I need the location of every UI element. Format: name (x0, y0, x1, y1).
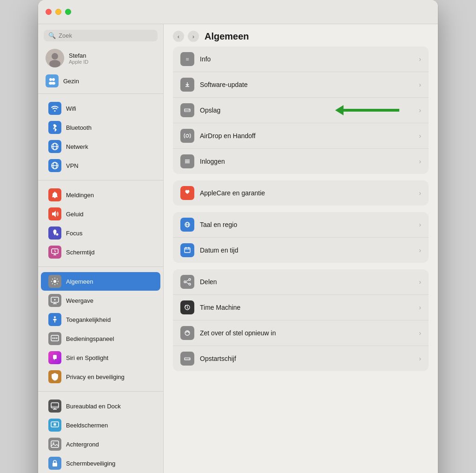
sidebar-divider-1 (38, 93, 163, 94)
sidebar-item-wrapper-general: Algemeen (38, 272, 163, 291)
sidebar-section-general: Algemeen (38, 270, 163, 388)
privacy-icon (48, 370, 61, 383)
svg-point-3 (49, 78, 52, 81)
user-subtitle: Apple ID (69, 59, 88, 65)
settings-row-timemachine[interactable]: Time Machine › (173, 295, 429, 320)
sidebar-divider-2 (38, 180, 163, 180)
arrow-head-storage (335, 105, 344, 115)
sidebar-item-control[interactable]: Bedieningspaneel (41, 329, 160, 348)
sidebar-item-family[interactable]: Gezin (38, 71, 163, 91)
settings-row-transfer[interactable]: Zet over of stel opnieuw in › (173, 320, 429, 346)
svg-point-35 (53, 423, 56, 426)
login-row-label: Inloggen (200, 158, 413, 165)
general-icon (48, 275, 61, 288)
settings-row-airdrop[interactable]: AirDrop en Handoff › (173, 123, 429, 149)
datetime-chevron: › (419, 246, 421, 254)
svg-marker-13 (52, 211, 56, 217)
sidebar-label-notifications: Meldingen (66, 192, 94, 199)
storage-chevron: › (419, 107, 421, 114)
window-content: 🔍 Stefan Apple ID (38, 24, 438, 473)
vpn-icon (48, 159, 61, 172)
settings-row-login[interactable]: Inloggen › (173, 149, 429, 174)
svg-rect-30 (51, 403, 59, 408)
airdrop-row-label: AirDrop en Handoff (200, 132, 413, 140)
sidebar-item-siri[interactable]: Siri en Spotlight (41, 348, 160, 367)
settings-row-applecare[interactable]: AppleCare en garantie › (173, 180, 429, 206)
arrow-line-storage (344, 109, 399, 112)
sidebar: 🔍 Stefan Apple ID (38, 24, 164, 473)
sidebar-item-general[interactable]: Algemeen (41, 272, 160, 291)
close-button[interactable] (46, 9, 52, 15)
sidebar-divider-4 (38, 391, 163, 392)
svg-point-27 (53, 338, 54, 339)
svg-point-4 (52, 78, 55, 81)
sidebar-item-desktop[interactable]: Bureaublad en Dock (41, 397, 160, 415)
software-update-chevron: › (419, 81, 421, 88)
transfer-row-label: Zet over of stel opnieuw in (200, 329, 413, 337)
sidebar-item-focus[interactable]: Focus (41, 224, 160, 242)
settings-list: ≡ Info › (164, 47, 438, 378)
settings-row-software-update[interactable]: Software-update › (173, 72, 429, 98)
siri-icon (48, 351, 61, 364)
startup-row-icon (180, 352, 194, 366)
settings-group-3: Taal en regio › (173, 212, 429, 263)
back-button[interactable]: ‹ (173, 31, 184, 42)
sidebar-item-bluetooth[interactable]: Bluetooth (41, 118, 160, 137)
sidebar-item-sound[interactable]: Geluid (41, 205, 160, 223)
info-row-icon: ≡ (180, 52, 194, 66)
sidebar-item-network[interactable]: Netwerk (41, 137, 160, 156)
sidebar-label-display: Weergave (66, 297, 93, 304)
settings-row-datetime[interactable]: Datum en tijd › (173, 238, 429, 263)
settings-row-sharing[interactable]: Delen › (173, 269, 429, 295)
main-header: ‹ › Algemeen (164, 24, 438, 47)
sidebar-item-display[interactable]: Weergave (41, 291, 160, 310)
sidebar-label-focus: Focus (66, 230, 82, 237)
svg-point-6 (52, 82, 55, 85)
sidebar-item-notifications[interactable]: Meldingen (41, 186, 160, 204)
transfer-chevron: › (419, 329, 421, 337)
sidebar-item-wallpaper[interactable]: Achtergrond (41, 435, 160, 453)
search-input[interactable] (59, 32, 153, 39)
login-row-icon (180, 154, 194, 168)
info-row-label: Info (200, 55, 413, 63)
svg-point-48 (189, 109, 190, 110)
user-info: Stefan Apple ID (69, 52, 88, 65)
desktop-icon (48, 400, 61, 413)
main-panel: ‹ › Algemeen ≡ Info (164, 24, 438, 473)
sidebar-item-vpn[interactable]: VPN (41, 156, 160, 175)
family-icon (46, 74, 59, 87)
storage-row-label: Opslag (200, 107, 330, 114)
sidebar-item-lock[interactable]: Schermbeveiliging (41, 454, 160, 473)
bluetooth-icon (48, 121, 61, 134)
sidebar-item-screentime[interactable]: Schermtijd (41, 243, 160, 261)
sidebar-label-accessibility: Toegankelijkheid (66, 316, 111, 323)
sharing-row-icon (180, 275, 194, 289)
svg-point-22 (54, 299, 56, 300)
login-chevron: › (419, 158, 421, 165)
wifi-icon (48, 102, 61, 115)
forward-button[interactable]: › (188, 31, 199, 42)
sidebar-item-screensavers[interactable]: Beeldschermen (41, 416, 160, 434)
svg-point-25 (54, 316, 56, 318)
sidebar-item-wifi[interactable]: Wifi (41, 99, 160, 118)
maximize-button[interactable] (65, 9, 71, 15)
search-bar[interactable]: 🔍 (44, 30, 158, 41)
airdrop-chevron: › (419, 132, 421, 140)
settings-row-info[interactable]: ≡ Info › (173, 47, 429, 72)
settings-row-storage[interactable]: Opslag › (173, 98, 429, 123)
sidebar-item-accessibility[interactable]: Toegankelijkheid (41, 310, 160, 329)
user-profile[interactable]: Stefan Apple ID (38, 45, 163, 71)
focus-icon (48, 227, 61, 240)
sidebar-item-privacy[interactable]: Privacy en beveiliging (41, 367, 160, 386)
software-update-row-icon (180, 78, 194, 92)
datetime-row-label: Datum en tijd (200, 246, 413, 254)
user-name: Stefan (69, 52, 88, 59)
svg-point-2 (49, 60, 60, 67)
sidebar-label-screentime: Schermtijd (66, 249, 94, 256)
accessibility-icon (48, 313, 61, 326)
display-icon (48, 294, 61, 307)
settings-row-startup[interactable]: Opstartschijf › (173, 346, 429, 371)
minimize-button[interactable] (55, 9, 61, 15)
search-icon: 🔍 (48, 32, 56, 39)
settings-row-language[interactable]: Taal en regio › (173, 212, 429, 238)
